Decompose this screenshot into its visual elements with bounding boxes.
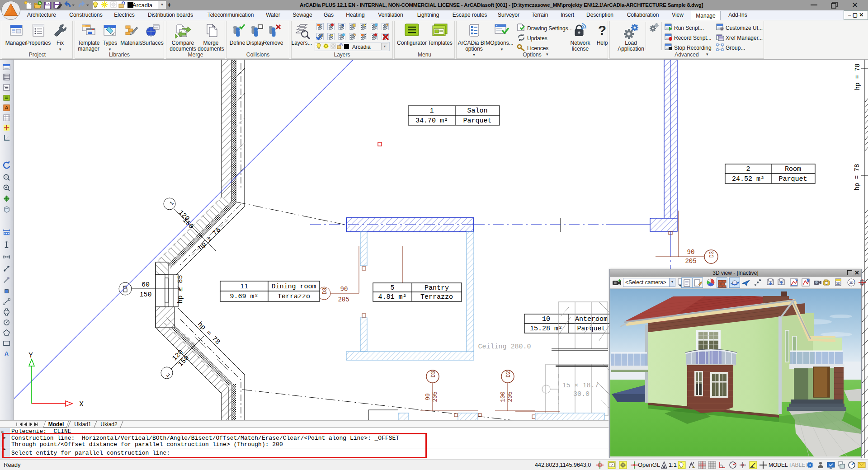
svg-text:34.70 m²: 34.70 m²	[415, 117, 448, 125]
svg-text:Pantry: Pantry	[425, 284, 449, 292]
svg-text:D2: D2	[505, 371, 512, 377]
svg-text:24.52 m²: 24.52 m²	[732, 175, 764, 183]
svg-text:Parquet: Parquet	[463, 117, 491, 125]
svg-text:90: 90	[340, 286, 348, 293]
svg-text:15.28 m²: 15.28 m²	[530, 325, 562, 333]
svg-text:2: 2	[746, 165, 750, 173]
svg-text:Room: Room	[785, 165, 801, 173]
svg-text:hp = 78: hp = 78	[854, 164, 861, 191]
svg-text:90: 90	[425, 393, 431, 400]
svg-text:11: 11	[240, 283, 248, 291]
svg-text:Y: Y	[28, 352, 33, 360]
svg-text:D3: D3	[430, 371, 437, 377]
svg-text:10: 10	[542, 315, 550, 323]
svg-text:A: A	[5, 105, 9, 110]
svg-text:D3: D3	[322, 288, 328, 294]
svg-text:Parquet: Parquet	[778, 175, 807, 183]
svg-text:Terrazzo: Terrazzo	[420, 293, 453, 301]
svg-text:hp ± 85: hp ± 85	[177, 275, 184, 303]
svg-text:D3: D3	[709, 251, 715, 258]
svg-text:5: 5	[390, 284, 394, 292]
svg-text:90: 90	[687, 249, 695, 256]
svg-text:A: A	[5, 351, 9, 357]
svg-text:3D: 3D	[836, 282, 840, 285]
svg-text:205: 205	[338, 296, 349, 303]
svg-text:3D: 3D	[849, 281, 854, 284]
svg-text:15 × 18.7: 15 × 18.7	[562, 382, 599, 390]
svg-text:X: X	[79, 400, 84, 409]
svg-text:150: 150	[139, 291, 151, 299]
svg-text:9.69 m²: 9.69 m²	[230, 293, 258, 301]
svg-text:60: 60	[142, 281, 150, 289]
svg-text:Terrazzo: Terrazzo	[278, 293, 310, 301]
svg-text:Dining room: Dining room	[271, 283, 316, 291]
svg-text:?: ?	[598, 23, 606, 38]
svg-text:hp = 78: hp = 78	[854, 64, 861, 90]
svg-text:30.0: 30.0	[573, 390, 590, 398]
svg-text:205: 205	[685, 258, 696, 265]
svg-text:1: 1	[429, 107, 434, 115]
svg-text:Salon: Salon	[467, 107, 487, 115]
svg-text:Ceiling 280.0: Ceiling 280.0	[478, 343, 531, 351]
svg-text:?: ?	[610, 463, 613, 467]
svg-text:100: 100	[500, 391, 506, 402]
svg-text:4.81 m²: 4.81 m²	[378, 293, 406, 301]
